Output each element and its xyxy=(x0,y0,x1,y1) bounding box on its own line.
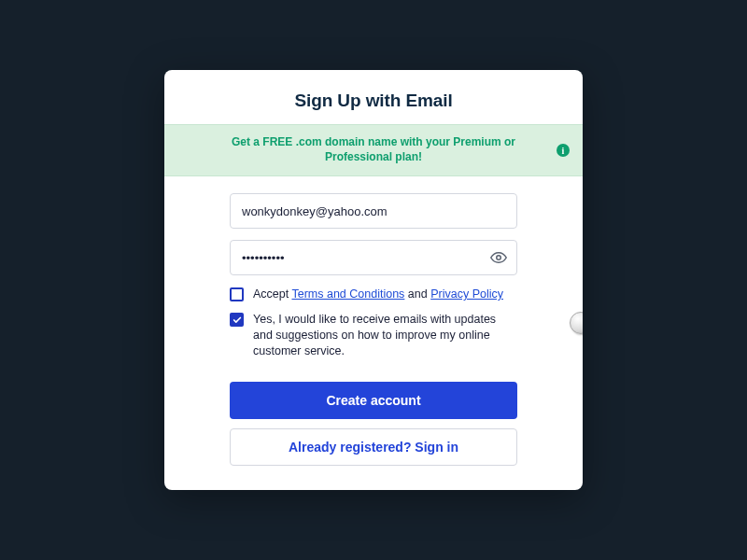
promo-text: Get a FREE .com domain name with your Pr… xyxy=(209,134,538,164)
terms-link[interactable]: Terms and Conditions xyxy=(291,287,404,301)
terms-checkbox[interactable] xyxy=(230,287,244,301)
marketing-checkbox[interactable] xyxy=(230,313,244,327)
svg-point-0 xyxy=(497,256,501,260)
terms-row: Accept Terms and Conditions and Privacy … xyxy=(230,287,517,302)
info-icon[interactable]: i xyxy=(557,144,570,157)
marketing-row: Yes, I would like to receive emails with… xyxy=(230,312,517,359)
modal-body: Accept Terms and Conditions and Privacy … xyxy=(164,176,583,490)
eye-icon[interactable] xyxy=(489,248,508,267)
page-background: Sign Up with Email Get a FREE .com domai… xyxy=(0,0,747,560)
email-field[interactable] xyxy=(230,193,517,229)
password-field-wrapper xyxy=(230,240,517,275)
terms-label: Accept Terms and Conditions and Privacy … xyxy=(253,287,503,302)
promo-banner: Get a FREE .com domain name with your Pr… xyxy=(164,124,583,176)
email-field-wrapper xyxy=(230,193,517,229)
signup-modal: Sign Up with Email Get a FREE .com domai… xyxy=(164,70,583,490)
marketing-label: Yes, I would like to receive emails with… xyxy=(253,312,517,359)
modal-header: Sign Up with Email xyxy=(164,70,583,124)
password-field[interactable] xyxy=(230,240,517,275)
cursor-indicator xyxy=(570,312,583,334)
privacy-link[interactable]: Privacy Policy xyxy=(430,287,503,301)
page-title: Sign Up with Email xyxy=(187,91,560,111)
create-account-button[interactable]: Create account xyxy=(230,382,517,419)
sign-in-button[interactable]: Already registered? Sign in xyxy=(230,428,517,466)
